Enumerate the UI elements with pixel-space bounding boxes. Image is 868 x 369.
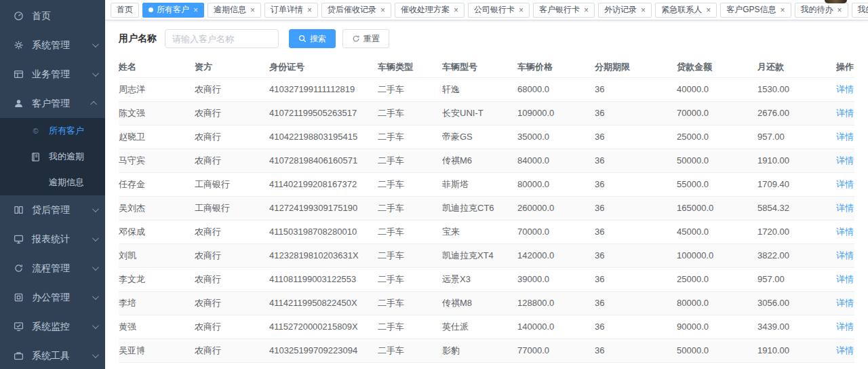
sidebar-item-首页[interactable]: 首页 <box>0 1 105 31</box>
table-cell: 68000.0 <box>517 77 595 101</box>
table-cell: 邓保成 <box>119 220 195 244</box>
close-icon[interactable]: × <box>380 6 385 14</box>
chevron-down-icon <box>92 235 99 241</box>
sidebar-item-贷后管理[interactable]: 贷后管理 <box>0 195 105 225</box>
detail-link[interactable]: 详情 <box>836 345 854 355</box>
table-cell: 陈文强 <box>119 101 195 125</box>
table-cell: 凯迪拉克CT6 <box>442 196 517 220</box>
table-cell: 宝来 <box>442 220 517 244</box>
table-cell-action: 详情 <box>836 125 854 149</box>
sidebar-item-所有客户[interactable]: ©所有客户 <box>0 118 105 144</box>
tab-首页[interactable]: 首页× <box>111 3 139 18</box>
table-cell: 412724199309175190 <box>269 196 378 220</box>
tab-外访记录[interactable]: 外访记录× <box>598 3 652 18</box>
column-header-月还款: 月还款 <box>757 57 836 77</box>
tab-逾期信息[interactable]: 逾期信息× <box>208 3 261 18</box>
table-row: 马守宾农商行410728198406160571二手车传祺M684000.036… <box>119 149 854 172</box>
table-cell: 40000.0 <box>677 77 757 101</box>
sidebar-item-label: 贷后管理 <box>32 204 70 216</box>
sidebar-item-办公管理[interactable]: 办公管理 <box>0 283 105 312</box>
detail-link[interactable]: 详情 <box>836 298 854 308</box>
sidebar-item-label: 首页 <box>32 10 51 22</box>
all-customers-icon: © <box>31 126 41 136</box>
reset-button[interactable]: 重置 <box>342 29 389 48</box>
sidebar-item-系统监控[interactable]: 系统监控 <box>0 312 105 341</box>
table-cell: 农商行 <box>195 77 269 101</box>
customer-icon <box>14 98 24 109</box>
table-cell-action: 详情 <box>836 338 854 362</box>
table-cell: 36 <box>595 315 677 338</box>
tab-label: 订单详情 <box>271 4 303 16</box>
table-cell: 109000.0 <box>517 101 595 125</box>
detail-link[interactable]: 详情 <box>836 179 854 189</box>
table-cell: 25000.0 <box>677 125 757 149</box>
table-cell: 411503198708280010 <box>269 220 378 244</box>
close-icon[interactable]: × <box>250 6 255 14</box>
table-cell: 1720.00 <box>757 220 836 244</box>
detail-link[interactable]: 详情 <box>836 250 854 260</box>
close-icon[interactable]: × <box>193 6 198 14</box>
table-cell: 吴亚博 <box>119 338 195 362</box>
avatar[interactable] <box>825 0 847 3</box>
sidebar-item-流程管理[interactable]: 流程管理 <box>0 254 105 283</box>
sidebar-item-系统管理[interactable]: 系统管理 <box>0 31 105 60</box>
search-button[interactable]: 搜索 <box>289 29 336 48</box>
table-cell: 41232819810203631X <box>269 244 378 267</box>
table-cell: 41152720000215809X <box>269 315 378 338</box>
sidebar-item-我的逾期[interactable]: 我的逾期 <box>0 144 105 170</box>
table-cell: 凯迪拉克XT4 <box>442 244 517 267</box>
chevron-down-icon <box>92 351 99 358</box>
tabs-bar: 首页×所有客户×逾期信息×订单详情×贷后催收记录×催收处理方案×公司银行卡×客户… <box>105 0 868 20</box>
table-cell: 二手车 <box>378 172 442 196</box>
sidebar-item-逾期信息[interactable]: 逾期信息 <box>0 170 105 195</box>
app-window: 首页系统管理业务管理客户管理©所有客户我的逾期逾期信息贷后管理报表统计流程管理办… <box>0 0 868 369</box>
sidebar-item-业务管理[interactable]: 业务管理 <box>0 60 105 89</box>
tab-紧急联系人[interactable]: 紧急联系人× <box>655 3 717 18</box>
close-icon[interactable]: × <box>584 6 589 14</box>
table-cell: 二手车 <box>378 267 442 291</box>
close-icon[interactable]: × <box>837 6 842 14</box>
close-icon[interactable]: × <box>519 6 524 14</box>
detail-link[interactable]: 详情 <box>836 155 854 166</box>
detail-link[interactable]: 详情 <box>836 203 854 213</box>
table-cell-action: 详情 <box>836 362 854 369</box>
table-row: 邓保成农商行411503198708280010二手车宝来70000.03645… <box>119 220 854 244</box>
chevron-down-icon <box>92 70 99 77</box>
tab-催收处理方案[interactable]: 催收处理方案× <box>395 3 465 18</box>
column-header-车辆价格: 车辆价格 <box>517 57 595 77</box>
customer-name-input[interactable] <box>165 29 279 48</box>
tab-公司银行卡[interactable]: 公司银行卡× <box>468 3 530 18</box>
sidebar-item-label: 系统管理 <box>32 39 70 52</box>
sidebar-item-报表统计[interactable]: 报表统计 <box>0 225 105 254</box>
close-icon[interactable]: × <box>307 6 312 14</box>
detail-link[interactable]: 详情 <box>836 84 854 94</box>
tab-所有客户[interactable]: 所有客户× <box>142 3 204 18</box>
close-icon[interactable]: × <box>454 6 458 14</box>
detail-link[interactable]: 详情 <box>836 274 854 284</box>
table-cell-action: 详情 <box>836 291 854 315</box>
detail-link[interactable]: 详情 <box>836 227 854 237</box>
column-header-车辆类型: 车辆类型 <box>378 57 442 77</box>
detail-link[interactable]: 详情 <box>836 108 854 118</box>
detail-link[interactable]: 详情 <box>836 322 854 332</box>
table-cell: 84000.0 <box>517 149 595 172</box>
tab-贷后催收记录[interactable]: 贷后催收记录× <box>321 3 391 18</box>
sidebar-item-系统工具[interactable]: 系统工具 <box>0 341 105 369</box>
sidebar-item-客户管理[interactable]: 客户管理 <box>0 89 105 118</box>
table-cell: 410721199505263517 <box>269 101 378 125</box>
table-cell: 哈弗H6 <box>442 362 517 369</box>
tab-客户GPS信息[interactable]: 客户GPS信息× <box>720 3 791 18</box>
tab-订单详情[interactable]: 订单详情× <box>264 3 318 18</box>
close-icon[interactable]: × <box>641 6 646 14</box>
tab-我的待办[interactable]: 我的待办× <box>795 3 848 18</box>
tab-客户银行卡[interactable]: 客户银行卡× <box>533 3 595 18</box>
close-icon[interactable]: × <box>706 6 711 14</box>
detail-link[interactable]: 详情 <box>836 132 854 142</box>
tab-我的流程[interactable]: 我的流程× <box>852 3 868 18</box>
table-cell: 36 <box>595 77 677 101</box>
column-header-车辆型号: 车辆型号 <box>442 57 517 77</box>
table-cell: 吴刘杰 <box>119 196 195 220</box>
close-icon[interactable]: × <box>780 6 785 14</box>
column-header-贷款金额: 贷款金额 <box>677 57 757 77</box>
active-tab-dot <box>149 7 153 12</box>
